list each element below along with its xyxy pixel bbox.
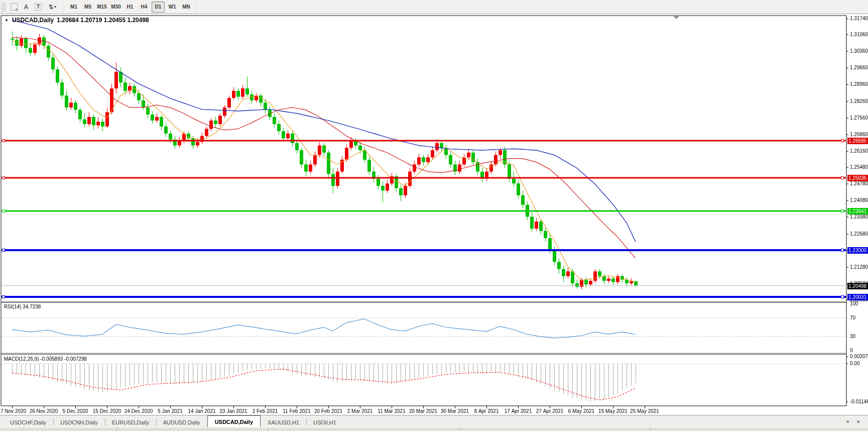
mt4-window: F A T ⇅ ▼ M1M5M15M30H1H4D1W1MN ▼ USDCAD,… <box>0 0 868 431</box>
rsi-indicator-label: RSI(14) 34.7238 <box>4 304 41 309</box>
text-label-button[interactable]: T <box>33 2 44 12</box>
symbol-label: USDCAD,Daily <box>12 17 54 24</box>
timeframe-button-w1[interactable]: W1 <box>166 2 179 13</box>
timeframe-group: M1M5M15M30H1H4D1W1MN <box>67 2 193 13</box>
symbol-dropdown-icon[interactable]: ▼ <box>5 18 9 23</box>
cycle-tool-button[interactable]: ⇅ ▼ <box>45 2 61 12</box>
tab-xauusd-h1[interactable]: XAUUSD,H1 <box>261 417 306 427</box>
tab-usdcad-daily[interactable]: USDCAD,Daily <box>207 415 261 427</box>
tab-usdcnh-daily[interactable]: USDCNH,Daily <box>53 417 105 427</box>
macd-indicator-label: MACD(12,26,9) -0.005893 -0.007298 <box>4 356 87 362</box>
status-bar <box>0 427 868 431</box>
timeframe-button-m1[interactable]: M1 <box>67 2 80 13</box>
timeframe-button-m5[interactable]: M5 <box>81 2 94 13</box>
timeframe-button-mn[interactable]: MN <box>180 2 193 13</box>
hline-price-tag-1.23641[interactable]: 1.23641 <box>847 208 868 214</box>
letter-t-icon: T <box>35 3 42 11</box>
cycle-arrows-icon: ⇅ <box>49 4 53 11</box>
toolbar-grip[interactable] <box>1 3 6 12</box>
tab-usoil-h1[interactable]: USOil,H1 <box>306 417 343 427</box>
ohlc-values: 1.20684 1.20719 1.20455 1.20498 <box>57 17 149 24</box>
current-price-tag[interactable]: 1.20498 <box>847 283 868 289</box>
toolbar: F A T ⇅ ▼ M1M5M15M30H1H4D1W1MN <box>0 0 868 14</box>
tab-scroll-left-icon[interactable]: ◄ <box>845 419 849 424</box>
toolbar-separator <box>196 2 196 12</box>
chart-canvas[interactable] <box>0 0 868 431</box>
tab-scroll-right-icon[interactable]: ► <box>856 419 861 424</box>
timeframe-button-m15[interactable]: M15 <box>95 2 108 13</box>
dotted-grid-f-icon: F <box>11 3 18 11</box>
timeframe-button-h1[interactable]: H1 <box>123 2 137 13</box>
hline-price-tag-1.22000[interactable]: 1.22000 <box>847 247 868 254</box>
hline-price-tag-1.26595[interactable]: 1.26595 <box>847 138 868 144</box>
timeframe-button-m30[interactable]: M30 <box>109 2 122 13</box>
chevron-down-icon: ▼ <box>54 5 57 9</box>
timeframe-button-d1[interactable]: D1 <box>152 2 165 13</box>
tab-audusd-daily[interactable]: AUDUSD,Daily <box>156 417 207 427</box>
tab-usdchf-daily[interactable]: USDCHF,Daily <box>3 417 53 427</box>
hline-price-tag-1.25036[interactable]: 1.25036 <box>847 175 868 181</box>
tab-eurusd-daily[interactable]: EURUSD,Daily <box>105 417 156 427</box>
chart-shift-button[interactable]: F <box>9 2 20 12</box>
tab-scroll-controls: ◄ ► <box>845 415 861 427</box>
letter-a-icon: A <box>24 4 29 11</box>
font-button[interactable]: A <box>21 2 32 12</box>
toolbar-separator <box>64 2 64 12</box>
timeframe-button-h4[interactable]: H4 <box>138 2 151 13</box>
chart-title: ▼ USDCAD,Daily 1.20684 1.20719 1.20455 1… <box>5 17 149 24</box>
hline-price-tag-1.20031[interactable]: 1.20031 <box>847 294 868 300</box>
symbol-tab-bar: USDCHF,DailyUSDCNH,DailyEURUSD,DailyAUDU… <box>0 415 868 427</box>
